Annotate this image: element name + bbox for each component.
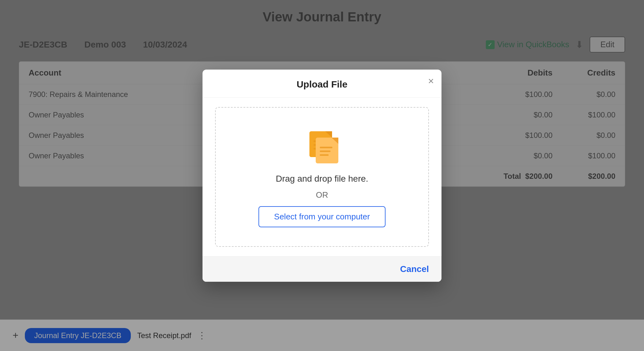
modal-footer: Cancel: [203, 256, 441, 282]
close-button[interactable]: ×: [428, 76, 434, 86]
upload-file-modal: Upload File ×: [203, 70, 441, 282]
or-label: OR: [316, 190, 328, 200]
svg-rect-7: [320, 150, 330, 152]
upload-illustration: [302, 127, 342, 164]
select-from-computer-button[interactable]: Select from your computer: [258, 206, 386, 227]
cancel-button[interactable]: Cancel: [400, 264, 429, 274]
svg-rect-6: [320, 147, 332, 148]
modal-header: Upload File ×: [203, 70, 441, 98]
modal-title: Upload File: [297, 79, 347, 89]
drop-zone-text: Drag and drop file here.: [276, 174, 368, 184]
document-front-icon: [314, 133, 342, 164]
modal-body: Drag and drop file here. OR Select from …: [203, 98, 441, 256]
svg-rect-8: [320, 154, 329, 156]
modal-overlay: Upload File ×: [0, 0, 644, 351]
drop-zone[interactable]: Drag and drop file here. OR Select from …: [215, 107, 429, 247]
